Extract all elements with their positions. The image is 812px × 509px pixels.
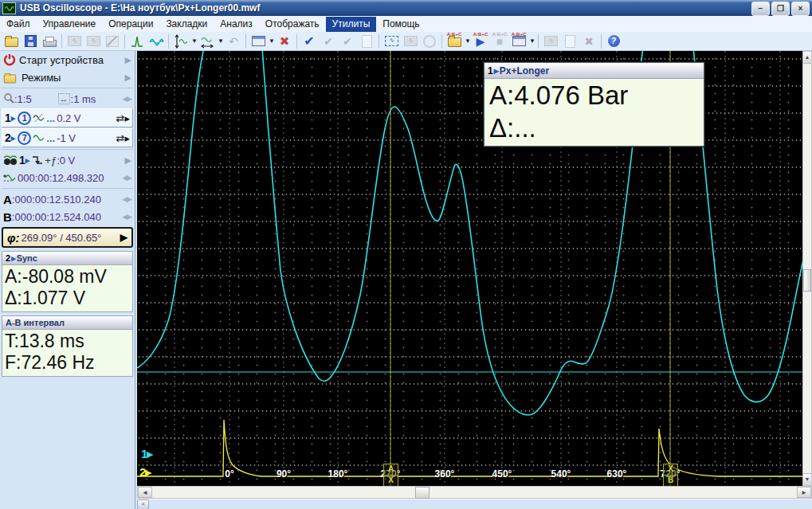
horizontal-scrollbar[interactable]: ◄ ►: [137, 486, 812, 499]
sync-panel-header[interactable]: 2 ▸ Sync: [2, 252, 132, 265]
phase-value: 269.09° / 450.65°: [22, 232, 102, 244]
horizontal-scale-button[interactable]: [198, 33, 216, 49]
check-all-button[interactable]: ✔: [339, 33, 356, 49]
cursor-time-row[interactable]: 000:00:12.498.320 ◀▶: [0, 169, 135, 186]
cursor-a-letter: A: [3, 193, 12, 206]
modes-row[interactable]: Режимы ▶: [0, 69, 135, 86]
apply-check-button[interactable]: ✔: [300, 33, 318, 49]
step-arrows-icon[interactable]: ⇄▸: [116, 112, 130, 124]
tooltip-a-value: A:4.076 Bar: [489, 79, 699, 112]
check-next-button[interactable]: ✔: [320, 33, 337, 49]
abc-open-caret[interactable]: ▼: [465, 37, 471, 45]
select-region-button[interactable]: ∿: [382, 33, 400, 49]
impulse-button[interactable]: [128, 33, 146, 49]
menu-file[interactable]: Файл: [0, 17, 37, 32]
cursor-b-row[interactable]: B :000:00:12.524.040 ◀▶: [0, 208, 135, 225]
trigger-row[interactable]: 1 ▸ +ƒ: 0 V ▶: [0, 151, 135, 169]
vertical-scrollbar[interactable]: ▲ ▼: [802, 51, 812, 486]
oscilloscope-plot[interactable]: 0° 90° 180° 270° 360° 450° 540° 630° 720…: [137, 51, 802, 486]
horizontal-scroll-track[interactable]: [152, 487, 797, 498]
arrow-icon: ▸: [494, 65, 499, 76]
cursor-b-x-tag[interactable]: X: [663, 464, 678, 476]
abc-window-button[interactable]: A:B+C: [510, 33, 528, 49]
vertical-scroll-thumb[interactable]: [803, 269, 811, 292]
coupling-wave-icon: [33, 113, 45, 123]
open-file-button[interactable]: [2, 33, 20, 49]
chevron-right-icon: ▶: [125, 155, 131, 166]
print-button[interactable]: [41, 33, 58, 49]
close-view-button[interactable]: ✖: [276, 33, 293, 49]
x-label-360: 360°: [427, 468, 462, 480]
scroll-left-button[interactable]: ◄: [138, 487, 152, 498]
result-chart-button[interactable]: ∿: [542, 33, 559, 49]
menu-operations[interactable]: Операции: [102, 17, 159, 32]
menu-display[interactable]: Отображать: [259, 17, 326, 32]
zoom-ratio-value: :1:5: [14, 93, 32, 105]
undo-icon: ↶: [229, 36, 238, 47]
horizontal-scale-icon: [201, 34, 214, 49]
vertical-scale-button[interactable]: [172, 33, 190, 49]
abc-window-caret[interactable]: ▼: [529, 37, 535, 45]
start-device-row[interactable]: Старт устройства ▶: [0, 51, 135, 69]
wave-edit-button[interactable]: [147, 33, 165, 49]
menu-control[interactable]: Управление: [37, 17, 103, 32]
scroll-down-button[interactable]: ▼: [803, 473, 811, 485]
step-arrows-icon[interactable]: ◀▶: [122, 95, 131, 103]
undo-button[interactable]: ↶: [225, 33, 242, 49]
horizontal-scale-caret[interactable]: ▼: [218, 37, 224, 45]
scroll-up-button[interactable]: ▲: [803, 52, 811, 64]
app-icon: [2, 2, 16, 14]
document-icon: [565, 35, 575, 48]
toolbar: ∿ ∿ ▼ ▼ ↶ ▼ ✖ ✔ ✔ ✔ ∿ ∿ A:B+C ▼ A:B+C▶ A…: [0, 32, 812, 51]
step-arrows-icon[interactable]: ◀▶: [122, 213, 131, 221]
minimize-button[interactable]: −: [751, 2, 770, 16]
close-panel-button[interactable]: ×: [137, 499, 149, 509]
menu-analysis[interactable]: Анализ: [214, 17, 259, 32]
abc-run-button[interactable]: A:B+C▶: [472, 33, 489, 49]
menu-bookmarks[interactable]: Закладки: [159, 17, 214, 32]
step-arrows-icon[interactable]: ◀▶: [122, 174, 131, 182]
probe-7-icon: 7: [18, 131, 31, 145]
menu-utilities[interactable]: Утилиты: [326, 17, 377, 32]
channel-1-row[interactable]: 1 ▸ 1 ... 0.2 V ⇄▸: [2, 108, 133, 127]
result-delete-button[interactable]: ✖: [580, 33, 598, 49]
scale-row[interactable]: :1:5 ↔ :1 ms ◀▶: [0, 90, 135, 108]
view-windows-caret[interactable]: ▼: [269, 37, 275, 45]
ab-panel-header[interactable]: A-B интервал: [2, 316, 132, 330]
close-button[interactable]: ×: [791, 2, 810, 16]
paste-waveform-button[interactable]: ∿: [84, 33, 102, 49]
abc-stop-button[interactable]: A:B+C■: [491, 33, 508, 49]
horizontal-scroll-thumb[interactable]: [415, 487, 430, 499]
menu-help[interactable]: Помощь: [376, 17, 426, 32]
result-doc-button[interactable]: [561, 33, 579, 49]
channel-2-row[interactable]: 2 ▸ 7 ... -1 V ⇄▸: [2, 128, 133, 147]
gray-check-icon: ✔: [343, 36, 352, 47]
cursor-a-tag[interactable]: A: [383, 464, 398, 476]
red-x-icon: ✖: [584, 36, 594, 47]
tooltip-header[interactable]: 1 ▸ Px+Longer: [484, 63, 704, 79]
vertical-scale-icon: [175, 34, 187, 49]
report-button[interactable]: [358, 33, 375, 49]
save-file-button[interactable]: [22, 33, 39, 49]
px-trace-left: [137, 51, 204, 368]
phase-row[interactable]: φ: 269.09° / 450.65° ▶: [2, 227, 133, 248]
cursor-a-x-tag[interactable]: X: [383, 475, 398, 486]
title-bar: USB Oscilloscope - E:\На ноутбук\Px+Long…: [0, 0, 812, 16]
abc-open-button[interactable]: A:B+C: [445, 33, 463, 49]
step-arrows-icon[interactable]: ◀▶: [122, 195, 131, 203]
view-window-icon: [252, 36, 265, 46]
scroll-right-button[interactable]: ►: [797, 487, 811, 498]
lens-button[interactable]: [421, 33, 438, 49]
cursor-b-tag[interactable]: B: [663, 475, 678, 486]
vertical-scale-caret[interactable]: ▼: [191, 37, 198, 45]
help-button[interactable]: ?: [605, 33, 622, 49]
cursor-a-row[interactable]: A :000:00:12.510.240 ◀▶: [0, 190, 135, 208]
waveform-thumb-icon: ∿: [87, 36, 100, 46]
edit-tools-button[interactable]: [104, 33, 121, 49]
search-chart-button[interactable]: ∿: [402, 33, 419, 49]
step-arrows-icon[interactable]: ⇄▸: [116, 132, 130, 144]
interval-period-value: T:13.8 ms: [5, 331, 130, 352]
restore-button[interactable]: ❐: [771, 2, 790, 16]
view-windows-button[interactable]: [249, 33, 267, 49]
copy-waveform-button[interactable]: ∿: [65, 33, 83, 49]
